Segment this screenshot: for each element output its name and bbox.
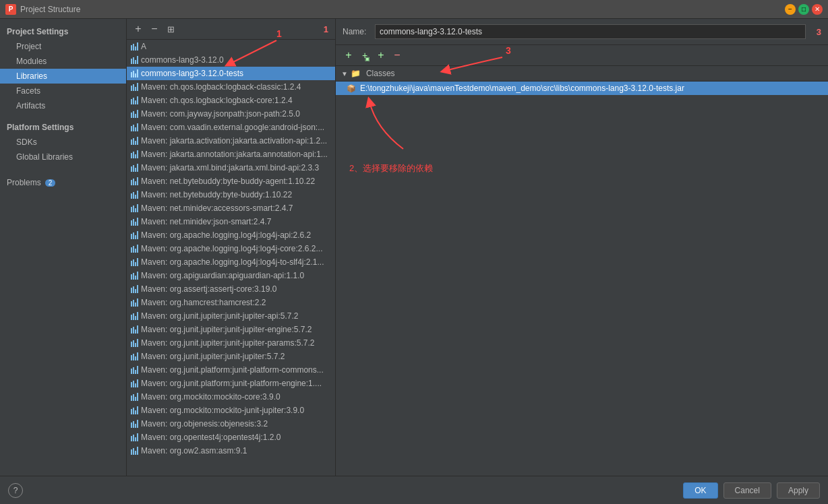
sidebar-item-libraries[interactable]: Libraries bbox=[0, 69, 126, 84]
list-item[interactable]: commons-lang3-3.12.0 bbox=[127, 53, 335, 67]
expand-triangle-icon: ▼ bbox=[341, 70, 348, 77]
list-item[interactable]: Maven: org.mockito:mockito-junit-jupiter… bbox=[127, 404, 335, 417]
list-item[interactable]: Maven: org.hamcrest:hamcrest:2.2 bbox=[127, 296, 335, 309]
add-module-button[interactable]: +▣ bbox=[357, 48, 372, 63]
library-icon bbox=[131, 339, 138, 347]
cancel-button[interactable]: Cancel bbox=[723, 482, 771, 499]
arrow-2-svg bbox=[349, 88, 430, 156]
list-item-selected[interactable]: commons-lang3-3.12.0-tests bbox=[127, 67, 335, 80]
sidebar-item-facets[interactable]: Facets bbox=[0, 84, 126, 98]
bottom-bar: ? OK Cancel Apply bbox=[0, 476, 828, 504]
problems-badge: 2 bbox=[45, 179, 56, 187]
title-bar: P Project Structure − □ ✕ bbox=[0, 0, 828, 19]
list-item[interactable]: Maven: org.apiguardian:apiguardian-api:1… bbox=[127, 269, 335, 282]
list-item[interactable]: Maven: ch.qos.logback:logback-core:1.2.4 bbox=[127, 94, 335, 107]
list-item[interactable]: Maven: jakarta.annotation:jakarta.annota… bbox=[127, 148, 335, 161]
list-item[interactable]: Maven: org.objenesis:objenesis:3.2 bbox=[127, 417, 335, 431]
add-jar-button[interactable]: + bbox=[374, 48, 388, 63]
name-row: Name: 3 bbox=[336, 19, 828, 45]
library-icon bbox=[131, 164, 138, 172]
bottom-right-buttons: OK Cancel Apply bbox=[683, 482, 820, 499]
library-icon bbox=[131, 204, 138, 212]
list-item[interactable]: Maven: ch.qos.logback:logback-classic:1.… bbox=[127, 80, 335, 94]
library-icon bbox=[131, 379, 138, 387]
list-item[interactable]: Maven: org.junit.jupiter:junit-jupiter-p… bbox=[127, 336, 335, 350]
help-button[interactable]: ? bbox=[8, 483, 23, 498]
copy-library-button[interactable]: ⊞ bbox=[163, 22, 178, 36]
library-icon bbox=[131, 231, 138, 239]
library-icon bbox=[131, 366, 138, 374]
list-item[interactable]: Maven: jakarta.activation:jakarta.activa… bbox=[127, 134, 335, 148]
list-item[interactable]: Maven: org.apache.logging.log4j:log4j-to… bbox=[127, 255, 335, 269]
list-item[interactable]: Maven: net.minidev:accessors-smart:2.4.7 bbox=[127, 201, 335, 215]
library-icon bbox=[131, 96, 138, 104]
close-button[interactable]: ✕ bbox=[812, 4, 823, 15]
left-panel: Project Settings Project Modules Librari… bbox=[0, 19, 127, 476]
window-title: Project Structure bbox=[20, 5, 785, 14]
main-container: Project Settings Project Modules Librari… bbox=[0, 19, 828, 476]
sidebar-item-artifacts[interactable]: Artifacts bbox=[0, 98, 126, 113]
sidebar-item-modules[interactable]: Modules bbox=[0, 54, 126, 69]
list-item[interactable]: Maven: org.junit.platform:junit-platform… bbox=[127, 363, 335, 377]
remove-classes-button[interactable]: − bbox=[390, 48, 405, 63]
list-item[interactable]: Maven: org.apache.logging.log4j:log4j-co… bbox=[127, 242, 335, 255]
list-item[interactable]: Maven: org.assertj:assertj-core:3.19.0 bbox=[127, 282, 335, 296]
add-classes-button[interactable]: + bbox=[341, 48, 356, 63]
list-item[interactable]: Maven: net.bytebuddy:byte-buddy-agent:1.… bbox=[127, 175, 335, 188]
middle-panel: + − ⊞ 1 A commons-lang3-3.12.0 bbox=[127, 19, 336, 476]
library-icon bbox=[131, 272, 138, 280]
minimize-button[interactable]: − bbox=[785, 4, 796, 15]
list-item[interactable]: Maven: net.minidev:json-smart:2.4.7 bbox=[127, 215, 335, 228]
right-panel-content: ▼ 📁 Classes 📦 E:\tongzhukeji\java\mavenT… bbox=[336, 66, 828, 476]
left-nav: Project Settings Project Modules Librari… bbox=[0, 19, 126, 194]
list-item[interactable]: Maven: com.jayway.jsonpath:json-path:2.5… bbox=[127, 107, 335, 121]
library-icon bbox=[131, 245, 138, 253]
list-item[interactable]: Maven: org.ow2.asm:asm:9.1 bbox=[127, 444, 335, 458]
list-item[interactable]: A bbox=[127, 40, 335, 53]
list-item[interactable]: Maven: org.mockito:mockito-core:3.9.0 bbox=[127, 390, 335, 404]
library-icon bbox=[131, 393, 138, 401]
library-icon bbox=[131, 352, 138, 360]
library-icon bbox=[131, 69, 138, 77]
problems-row[interactable]: Problems 2 bbox=[0, 175, 126, 190]
apply-button[interactable]: Apply bbox=[777, 482, 820, 499]
library-icon bbox=[131, 177, 138, 185]
sidebar-item-global-libraries[interactable]: Global Libraries bbox=[0, 150, 126, 164]
list-item[interactable]: Maven: org.opentest4j:opentest4j:1.2.0 bbox=[127, 431, 335, 444]
library-icon bbox=[131, 325, 138, 334]
annotation-1: 1 bbox=[324, 24, 328, 34]
list-item[interactable]: Maven: org.junit.platform:junit-platform… bbox=[127, 377, 335, 390]
classes-section-header: ▼ 📁 Classes bbox=[336, 66, 828, 82]
library-icon bbox=[131, 298, 138, 307]
project-settings-header: Project Settings bbox=[0, 23, 126, 39]
platform-settings-header: Platform Settings bbox=[0, 119, 126, 135]
right-toolbar: + +▣ + − bbox=[336, 45, 828, 66]
window-controls: − □ ✕ bbox=[785, 4, 823, 15]
list-item[interactable]: Maven: org.apache.logging.log4j:log4j-ap… bbox=[127, 228, 335, 242]
list-item[interactable]: Maven: com.vaadin.external.google:androi… bbox=[127, 121, 335, 134]
library-icon bbox=[131, 447, 138, 455]
remove-library-button[interactable]: − bbox=[147, 22, 162, 36]
library-icon bbox=[131, 150, 138, 158]
list-item[interactable]: Maven: org.junit.jupiter:junit-jupiter-a… bbox=[127, 309, 335, 323]
library-icon bbox=[131, 218, 138, 226]
classes-label: Classes bbox=[366, 69, 395, 78]
sidebar-item-sdks[interactable]: SDKs bbox=[0, 135, 126, 150]
list-item[interactable]: Maven: org.junit.jupiter:junit-jupiter:5… bbox=[127, 350, 335, 363]
library-icon bbox=[131, 137, 138, 145]
app-icon: P bbox=[5, 4, 16, 15]
name-input[interactable] bbox=[375, 24, 806, 39]
list-item[interactable]: Maven: jakarta.xml.bind:jakarta.xml.bind… bbox=[127, 161, 335, 175]
list-item[interactable]: Maven: net.bytebuddy:byte-buddy:1.10.22 bbox=[127, 188, 335, 201]
sidebar-item-project[interactable]: Project bbox=[0, 39, 126, 54]
library-icon bbox=[131, 285, 138, 293]
ok-button[interactable]: OK bbox=[683, 482, 717, 499]
list-item[interactable]: Maven: org.junit.jupiter:junit-jupiter-e… bbox=[127, 323, 335, 336]
add-library-button[interactable]: + bbox=[131, 22, 146, 36]
library-icon bbox=[131, 110, 138, 118]
annotation-2-area: 2、选择要移除的依赖 bbox=[336, 95, 828, 181]
library-icon bbox=[131, 123, 138, 131]
right-panel: Name: 3 + +▣ + − ▼ 📁 Classes 📦 E:\tongzh… bbox=[336, 19, 828, 476]
classes-folder-icon: 📁 bbox=[351, 69, 361, 78]
maximize-button[interactable]: □ bbox=[798, 4, 809, 15]
